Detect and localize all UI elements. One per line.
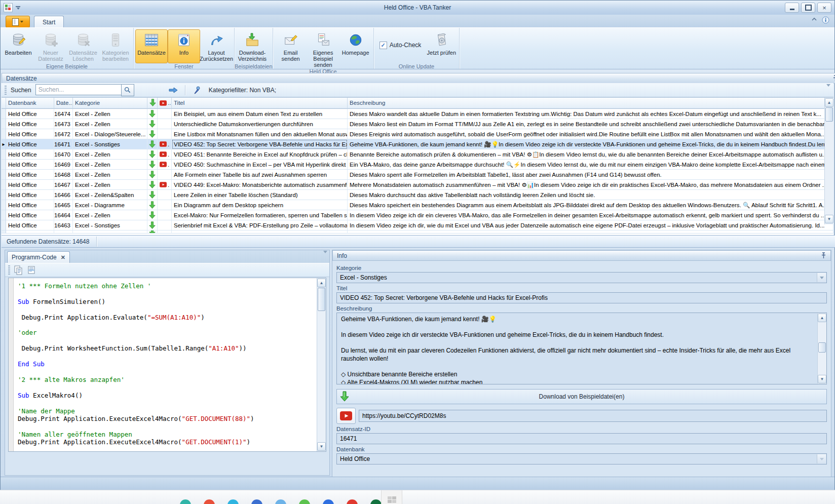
copy-code-alt-icon[interactable] (26, 265, 36, 275)
code-tab-label: Programm-Code (12, 254, 57, 261)
cell-titel: VIDEO 450: Suchmaschine in Excel – per V… (172, 160, 348, 170)
minimize-button[interactable] (785, 3, 799, 13)
youtube-button[interactable] (336, 408, 356, 424)
cell-datenbank: Held Office (6, 220, 54, 230)
taskbar[interactable] (0, 490, 835, 504)
search-input[interactable] (35, 84, 121, 95)
table-row[interactable]: Held Office16466Excel - Zeilen&SpaltenLe… (2, 190, 833, 200)
table-row[interactable]: Held Office16464Excel - ZellenExcel-Makr… (2, 210, 833, 220)
maximize-button[interactable] (801, 3, 815, 13)
datensätze-button[interactable]: Datensätze (135, 29, 168, 63)
bearbeiten-button[interactable]: Bearbeiten (2, 29, 34, 63)
kategorien-bearbeiten-button: Kategorien bearbeiten (99, 29, 132, 63)
close-tab-icon[interactable]: ✕ (61, 254, 65, 261)
pin-icon[interactable] (821, 252, 826, 259)
scroll-down-icon[interactable]: ▼ (825, 215, 833, 223)
layout-zurücksetzen-button[interactable]: Layout Zurücksetzen (200, 29, 233, 63)
info-button[interactable]: Info (168, 29, 200, 63)
code-tab-dropdown-icon[interactable] (323, 253, 327, 260)
scrollbar-thumb[interactable] (818, 342, 826, 353)
datenbank-select[interactable]: Held Office (336, 453, 827, 464)
scroll-up-icon[interactable]: ▲ (825, 98, 833, 107)
table-row[interactable]: Held Office16468Excel - ZellenAlle Forme… (2, 170, 833, 180)
code-line: '2 *** alte Makros anzapfen' (18, 376, 314, 383)
column-header-date[interactable]: Date... (54, 98, 73, 108)
grid-header-row: DatenbankDate...Kategorie..TitelBeschrei… (2, 98, 833, 109)
table-row[interactable]: Held Office16474Excel - ZellenEin Beispi… (2, 109, 833, 119)
kategorie-select[interactable]: Excel - Sonstiges (336, 272, 827, 283)
taskbar-app-icon[interactable] (275, 499, 286, 504)
column-header-download[interactable] (147, 98, 158, 108)
scrollbar-thumb[interactable] (318, 288, 325, 311)
taskbar-app-icon[interactable] (347, 499, 358, 504)
description-vertical-scrollbar[interactable]: ▲ ▼ (817, 313, 826, 384)
table-row[interactable]: Held Office16463Excel - SonstigesSerienb… (2, 220, 833, 230)
youtube-url-field[interactable]: https://youtu.be/CCytRD02M8s (359, 410, 827, 422)
column-header-beschreibung[interactable]: Beschreibung (348, 98, 833, 108)
table-row[interactable]: Held Office16467Excel - Zellen.VIDEO 449… (2, 180, 833, 190)
homepage-button[interactable]: Homepage (339, 29, 372, 63)
close-button[interactable]: × (817, 3, 831, 13)
datensatz-id-field[interactable]: 16471 (336, 433, 827, 444)
taskbar-app-icon[interactable] (227, 499, 239, 504)
scroll-down-icon[interactable]: ▼ (317, 442, 326, 451)
table-row[interactable]: Held Office16469Excel - Zellen.VIDEO 450… (2, 160, 833, 170)
qat-customize-icon[interactable] (16, 6, 20, 10)
cell-beschreibung: Dieses Makro sperrt alle Formelzellen im… (348, 170, 833, 180)
scrollbar-thumb[interactable] (825, 107, 833, 122)
table-row[interactable]: Held Office16473Excel - ZellenUnterschie… (2, 119, 833, 129)
column-header-video[interactable]: .. (158, 98, 172, 108)
taskbar-active-app[interactable] (381, 490, 402, 504)
download-verzeichnis-button[interactable]: Download-Verzeichnis (236, 29, 269, 63)
search-button[interactable] (121, 84, 134, 96)
chevron-down-icon[interactable] (817, 454, 826, 463)
scroll-up-icon[interactable]: ▲ (818, 314, 826, 322)
taskbar-app-icon[interactable] (251, 499, 262, 504)
category-filter-icon[interactable] (189, 84, 205, 96)
help-icon[interactable] (822, 16, 829, 24)
chevron-down-icon[interactable] (817, 273, 826, 282)
code-vertical-scrollbar[interactable]: ▲ ▼ (317, 278, 326, 451)
download-samples-button[interactable]: Download von Beispieldatei(en) (336, 389, 827, 404)
cell-datenbank: Held Office (6, 210, 54, 220)
taskbar-app-icon[interactable] (204, 499, 215, 504)
copy-code-icon[interactable] (13, 265, 23, 275)
tab-programm-code[interactable]: Programm-Code ✕ (7, 251, 70, 263)
table-row[interactable]: Held Office16470Excel - Zellen.VIDEO 451… (2, 149, 833, 160)
scroll-up-icon[interactable]: ▲ (317, 279, 326, 287)
column-header-titel[interactable]: Titel (172, 98, 348, 108)
email-senden-button[interactable]: Email senden (275, 29, 307, 63)
column-header-kategorie[interactable]: Kategorie (73, 98, 147, 108)
apply-filter-button[interactable] (166, 84, 181, 96)
table-row[interactable]: Held Office16472Excel - Dialoge/Steuerel… (2, 129, 833, 139)
cell-titel: Alle Formeln einer Tabelle bis auf zwei … (172, 170, 348, 180)
taskbar-app-icon[interactable] (370, 499, 382, 504)
eigenes-beispiel-senden-button[interactable]: Eigenes Beispiel senden (307, 29, 339, 68)
application-menu-button[interactable] (6, 16, 30, 28)
beschreibung-textarea[interactable]: Geheime VBA-Funktionen, die kaum jemand … (336, 313, 827, 384)
table-row[interactable]: Held Office16465Excel - DiagrammeEin Dia… (2, 200, 833, 210)
pin-icon[interactable] (832, 75, 835, 82)
description-line: In diesem Video zeige ich dir versteckte… (341, 331, 813, 339)
jetzt-prüfen-button[interactable]: Jetzt prüfen (425, 29, 458, 63)
titel-field[interactable]: VIDEO 452: Top Secret: Verborgene VBA-Be… (336, 292, 827, 303)
records-panel-header: Datensätze (2, 73, 835, 84)
taskbar-app-icon[interactable] (323, 499, 334, 504)
auto-check-checkbox[interactable]: ✓Auto-Check (375, 29, 426, 61)
table-row[interactable]: ▸Held Office16471Excel - Sonstiges.VIDEO… (2, 139, 833, 149)
table-row[interactable] (2, 230, 833, 234)
collapse-ribbon-icon[interactable] (811, 16, 818, 24)
scroll-down-icon[interactable]: ▼ (818, 375, 826, 383)
video-cell (158, 109, 172, 119)
search-row-dropdown-icon[interactable] (826, 87, 830, 94)
taskbar-app-icon[interactable] (180, 499, 191, 504)
tab-start[interactable]: Start (34, 16, 64, 28)
video-cell: . (158, 139, 172, 149)
grid-vertical-scrollbar[interactable]: ▲ ▼ (824, 98, 833, 224)
youtube-icon (160, 151, 167, 157)
code-editor[interactable]: '1 *** Formeln nutzen ohne Zellen ' Sub … (8, 278, 326, 452)
column-header-datenbank[interactable]: Datenbank (6, 98, 54, 108)
row-indicator (2, 180, 6, 190)
ribbon-button-label: Layout Zurücksetzen (200, 50, 233, 62)
taskbar-app-icon[interactable] (299, 499, 310, 504)
